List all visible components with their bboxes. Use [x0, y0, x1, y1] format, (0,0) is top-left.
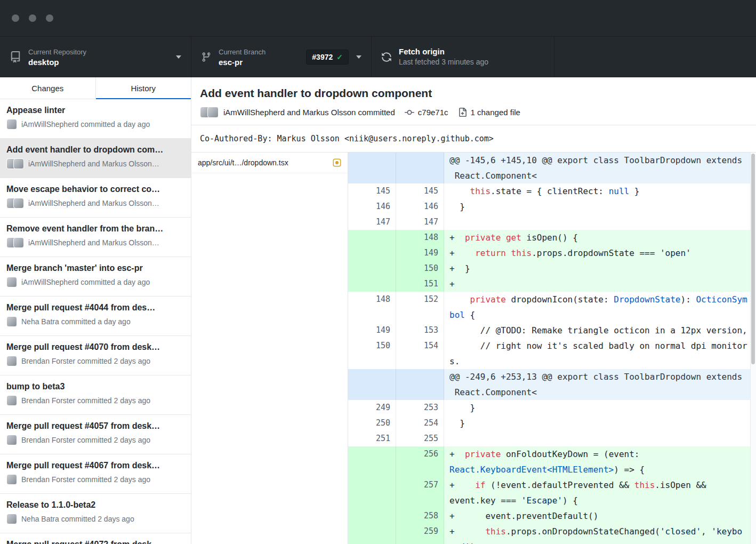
diff-code-line: + if (!event.defaultPrevented && this.is… — [449, 477, 750, 493]
diff-gutter-new: 259 — [396, 524, 444, 544]
diff-gutter-new: 153 — [396, 323, 444, 338]
diff-code-line: } — [449, 415, 750, 431]
diff-code-line: React.KeyboardEvent<HTMLElement>) => { — [449, 462, 750, 477]
commit-list-item[interactable]: Appease linteriAmWillShepherd committed … — [0, 99, 191, 139]
commit-list-item[interactable]: Add event handler to dropdown com…iAmWil… — [0, 139, 191, 178]
commit-header: Add event handler to dropdown component … — [191, 77, 756, 125]
diff-code-line: // @TODO: Remake triangle octicon in a 1… — [449, 323, 750, 338]
scrollbar-thumb[interactable] — [751, 154, 755, 364]
diff-code — [444, 214, 750, 230]
diff-code-line: @@ -145,6 +145,10 @@ export class Toolba… — [449, 153, 750, 168]
commit-list-item[interactable]: bump to beta3Brendan Forster committed 2… — [0, 375, 191, 415]
commit-list-item[interactable]: Merge pull request #4070 from desk…Brend… — [0, 336, 191, 375]
diff-gutter-old: 149 — [348, 323, 396, 338]
vertical-scrollbar[interactable] — [750, 153, 756, 544]
diff-code-line: + — [449, 276, 750, 292]
diff-line: 148+ private get isOpen() { — [348, 230, 750, 245]
commit-meta-text: iAmWillShepherd and Markus Olsson… — [28, 159, 159, 168]
commit-title: Merge pull request #4067 from desk… — [6, 461, 184, 470]
commit-list-item[interactable]: Merge branch 'master' into esc-priAmWill… — [0, 257, 191, 297]
commit-list-item[interactable]: Remove event handler from the bran…iAmWi… — [0, 218, 191, 257]
avatar — [207, 107, 219, 118]
branch-label: Current Branch — [219, 48, 266, 56]
diff-code: // right now it's scaled badly on normal… — [444, 338, 750, 369]
fetch-origin-button[interactable]: Fetch origin Last fetched 3 minutes ago — [372, 37, 554, 77]
diff-code-line — [449, 431, 750, 446]
diff-code-line: + return this.props.dropdownState === 'o… — [449, 245, 750, 261]
commit-title: Merge pull request #4070 from desk… — [6, 342, 184, 352]
diff-line: 151+ — [348, 276, 750, 292]
commit-list-item[interactable]: Move escape behavior to correct co…iAmWi… — [0, 178, 191, 218]
commit-meta-text: iAmWillShepherd committed a day ago — [21, 120, 150, 129]
diff-gutter-old: 147 — [348, 214, 396, 230]
repository-name: desktop — [28, 58, 86, 67]
diff-line: 150154 // right now it's scaled badly on… — [348, 338, 750, 369]
diff-line: 249253 } — [348, 400, 750, 415]
diff-code: + return this.props.dropdownState === 'o… — [444, 245, 750, 261]
diff-gutter-old: 251 — [348, 431, 396, 446]
avatar-stack — [6, 316, 17, 327]
commit-meta-text: Neha Batra committed 2 days ago — [21, 515, 134, 523]
pr-number-badge: #3972 ✓ — [306, 50, 349, 65]
commit-meta: Brendan Forster committed 2 days ago — [6, 435, 184, 445]
diff-gutter-new: 150 — [396, 261, 444, 276]
diff-gutter-new: 152 — [396, 292, 444, 323]
avatar-stack — [6, 237, 24, 248]
commit-meta-text: Brendan Forster committed 2 days ago — [21, 396, 150, 405]
diff-gutter-new: 151 — [396, 276, 444, 292]
commit-list-item[interactable]: Merge pull request #4067 from desk…Brend… — [0, 454, 191, 494]
diff-hunk-header: @@ -145,6 +145,10 @@ export class Toolba… — [348, 153, 750, 183]
diff-gutter-new — [396, 369, 444, 400]
commit-list-item[interactable]: Release to 1.1.0-beta2Neha Batra committ… — [0, 494, 191, 533]
diff-gutter-old: 150 — [348, 338, 396, 369]
diff-line: 148152 private dropdownIcon(state: Dropd… — [348, 292, 750, 323]
commit-meta: iAmWillShepherd and Markus Olsson… — [6, 198, 184, 209]
diff-line: 257+ if (!event.defaultPrevented && this… — [348, 477, 750, 508]
diff-code: + private get isOpen() { — [444, 230, 750, 245]
diff-code — [444, 431, 750, 446]
commit-meta-text: iAmWillShepherd committed a day ago — [21, 278, 150, 286]
diff-gutter-new: 154 — [396, 338, 444, 369]
file-modified-icon — [333, 158, 341, 167]
commit-list: Appease linteriAmWillShepherd committed … — [0, 99, 191, 544]
commit-title: Merge branch 'master' into esc-pr — [6, 263, 184, 273]
diff-code: + event.preventDefault() — [444, 508, 750, 524]
diff-line: 259+ this.props.onDropdownStateChanged('… — [348, 524, 750, 544]
file-list-item[interactable]: app/src/ui/t…/dropdown.tsx — [191, 153, 348, 173]
commit-title: Move escape behavior to correct co… — [6, 185, 184, 194]
branch-switcher[interactable]: Current Branch esc-pr #3972 ✓ — [191, 37, 372, 77]
diff-hunk-header: @@ -249,6 +253,13 @@ export class Toolba… — [348, 369, 750, 400]
toolbar: Current Repository desktop Current Branc… — [0, 36, 756, 77]
commit-sha: c79e71c — [418, 108, 448, 117]
sync-icon — [381, 52, 392, 62]
avatar — [6, 277, 17, 287]
repository-switcher[interactable]: Current Repository desktop — [0, 37, 191, 77]
diff-code: @@ -145,6 +145,10 @@ export class Toolba… — [444, 153, 750, 183]
tab-changes[interactable]: Changes — [0, 77, 96, 99]
fetch-info: Fetch origin Last fetched 3 minutes ago — [399, 47, 488, 68]
tab-history[interactable]: History — [96, 77, 191, 99]
diff-gutter-new: 146 — [396, 199, 444, 214]
diff-line: 149+ return this.props.dropdownState ===… — [348, 245, 750, 261]
commit-list-item[interactable]: Merge pull request #4072 from desk…Brend… — [0, 533, 191, 544]
titlebar — [0, 0, 756, 36]
avatar — [6, 435, 17, 445]
commit-title: Merge pull request #4072 from desk… — [6, 540, 184, 544]
avatar — [6, 514, 17, 524]
diff-code: @@ -249,6 +253,13 @@ export class Toolba… — [444, 369, 750, 400]
close-button[interactable] — [12, 14, 19, 22]
chevron-down-icon — [356, 55, 361, 59]
minimize-button[interactable] — [29, 14, 36, 22]
repository-label: Current Repository — [28, 48, 86, 56]
diff-gutter-old — [348, 261, 396, 276]
zoom-button[interactable] — [46, 14, 53, 22]
diff-gutter-old — [348, 230, 396, 245]
diff-code-line: + } — [449, 261, 750, 276]
commit-meta-text: Neha Batra committed a day ago — [21, 317, 131, 326]
git-commit-icon — [405, 108, 414, 117]
commit-list-item[interactable]: Merge pull request #4057 from desk…Brend… — [0, 415, 191, 454]
diff-code-line: } — [449, 199, 750, 214]
fetch-label: Fetch origin — [399, 47, 488, 56]
commit-list-item[interactable]: Merge pull request #4044 from des…Neha B… — [0, 297, 191, 336]
commit-meta: Neha Batra committed 2 days ago — [6, 514, 184, 524]
